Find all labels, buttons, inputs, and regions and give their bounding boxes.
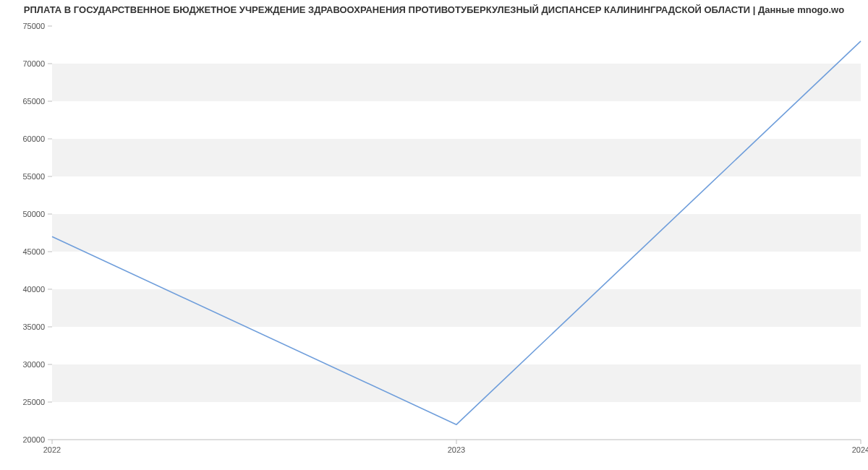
svg-rect-0	[52, 364, 861, 402]
svg-text:2023: 2023	[448, 445, 465, 454]
svg-text:70000: 70000	[22, 59, 45, 68]
svg-text:2024: 2024	[852, 445, 868, 454]
chart-svg: 2000025000300003500040000450005000055000…	[0, 20, 868, 461]
svg-text:25000: 25000	[22, 398, 45, 406]
svg-text:55000: 55000	[22, 172, 45, 181]
chart-area: 2000025000300003500040000450005000055000…	[0, 20, 868, 461]
chart-title: РПЛАТА В ГОСУДАРСТВЕННОЕ БЮДЖЕТНОЕ УЧРЕЖ…	[0, 4, 868, 15]
svg-text:20000: 20000	[22, 435, 45, 444]
svg-text:2022: 2022	[43, 445, 61, 454]
svg-text:40000: 40000	[22, 285, 45, 294]
svg-text:30000: 30000	[22, 360, 45, 369]
svg-text:35000: 35000	[22, 322, 45, 331]
svg-text:60000: 60000	[22, 134, 45, 143]
svg-rect-2	[52, 214, 861, 252]
svg-text:50000: 50000	[22, 210, 45, 218]
svg-text:75000: 75000	[22, 22, 45, 30]
svg-rect-4	[52, 64, 861, 101]
svg-text:65000: 65000	[22, 97, 45, 106]
svg-rect-1	[52, 289, 861, 327]
svg-text:45000: 45000	[22, 247, 45, 256]
svg-rect-3	[52, 139, 861, 176]
